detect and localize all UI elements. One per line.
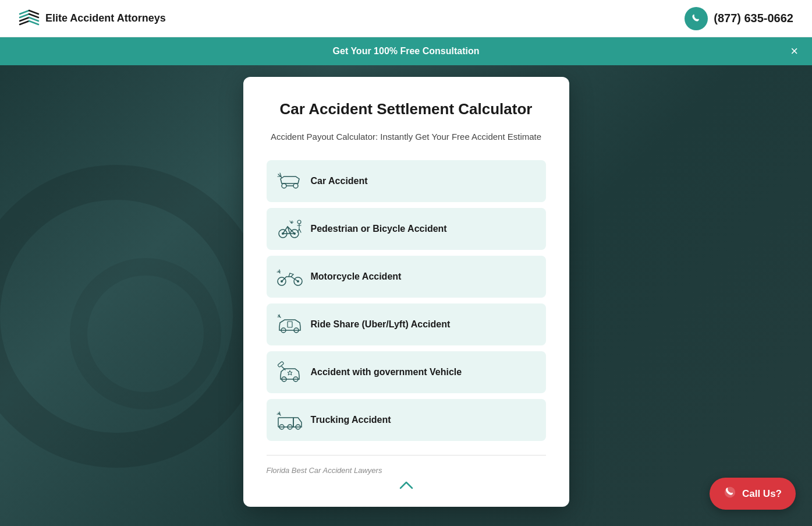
option-label-government-vehicle: Accident with government Vehicle: [311, 367, 462, 377]
svg-rect-22: [288, 322, 292, 327]
call-us-label: Call Us?: [742, 488, 782, 500]
svg-point-9: [282, 183, 286, 188]
government-vehicle-icon: [277, 359, 303, 385]
svg-point-15: [297, 220, 301, 224]
svg-line-7: [29, 21, 38, 24]
promo-banner: Get Your 100% Free Consultation ×: [0, 37, 812, 65]
modal-title: Car Accident Settlement Calculator: [267, 100, 546, 118]
banner-close-button[interactable]: ×: [790, 44, 798, 59]
modal-subtitle: Accident Payout Calculator: Instantly Ge…: [267, 130, 546, 144]
call-button-icon: [724, 486, 736, 502]
pedestrian-bicycle-icon: [277, 216, 303, 242]
car-accident-icon: [277, 168, 303, 194]
trucking-icon: [277, 407, 303, 433]
site-header: Elite Accident Attorneys (877) 635-0662: [0, 0, 812, 37]
svg-point-14: [293, 232, 296, 235]
svg-line-3: [20, 21, 29, 24]
main-content: Car Accident Settlement Calculator Accid…: [0, 65, 812, 507]
rideshare-icon: [277, 312, 303, 337]
option-government-vehicle[interactable]: Accident with government Vehicle: [267, 351, 546, 393]
svg-rect-27: [278, 418, 293, 427]
option-pedestrian-bicycle[interactable]: Pedestrian or Bicycle Accident: [267, 208, 546, 250]
call-us-button[interactable]: Call Us?: [710, 478, 796, 510]
option-label-motorcycle: Motorcycle Accident: [311, 271, 402, 282]
option-label-trucking: Trucking Accident: [311, 415, 391, 425]
phone-area[interactable]: (877) 635-0662: [685, 7, 793, 30]
option-motorcycle[interactable]: Motorcycle Accident: [267, 256, 546, 298]
svg-point-13: [282, 232, 284, 235]
option-label-pedestrian: Pedestrian or Bicycle Accident: [311, 224, 447, 234]
svg-line-4: [29, 10, 38, 14]
option-car-accident[interactable]: Car Accident: [267, 160, 546, 202]
footer-text: Florida Best Car Accident Lawyers: [267, 466, 382, 475]
phone-number[interactable]: (877) 635-0662: [714, 12, 793, 25]
svg-line-2: [20, 17, 29, 21]
svg-point-10: [293, 183, 298, 188]
svg-line-6: [29, 17, 38, 21]
phone-icon: [685, 7, 708, 30]
option-label-car-accident: Car Accident: [311, 176, 368, 186]
svg-rect-25: [277, 361, 283, 367]
accident-type-list: Car Accident: [267, 160, 546, 441]
banner-text: Get Your 100% Free Consultation: [333, 46, 480, 57]
calculator-card: Car Accident Settlement Calculator Accid…: [243, 77, 569, 507]
option-label-rideshare: Ride Share (Uber/Lyft) Accident: [311, 319, 451, 330]
option-rideshare[interactable]: Ride Share (Uber/Lyft) Accident: [267, 303, 546, 345]
logo-icon: [19, 9, 40, 28]
svg-point-31: [725, 487, 735, 497]
svg-line-5: [29, 14, 38, 17]
footer-arrow: [267, 481, 546, 489]
logo-text: Elite Accident Attorneys: [45, 12, 166, 24]
svg-line-1: [20, 14, 29, 17]
svg-point-18: [281, 280, 283, 283]
svg-point-19: [297, 280, 299, 283]
logo-area: Elite Accident Attorneys: [19, 9, 166, 28]
svg-line-0: [20, 10, 29, 14]
motorcycle-icon: [277, 264, 303, 290]
option-trucking[interactable]: Trucking Accident: [267, 399, 546, 441]
card-footer: Florida Best Car Accident Lawyers: [267, 455, 546, 489]
